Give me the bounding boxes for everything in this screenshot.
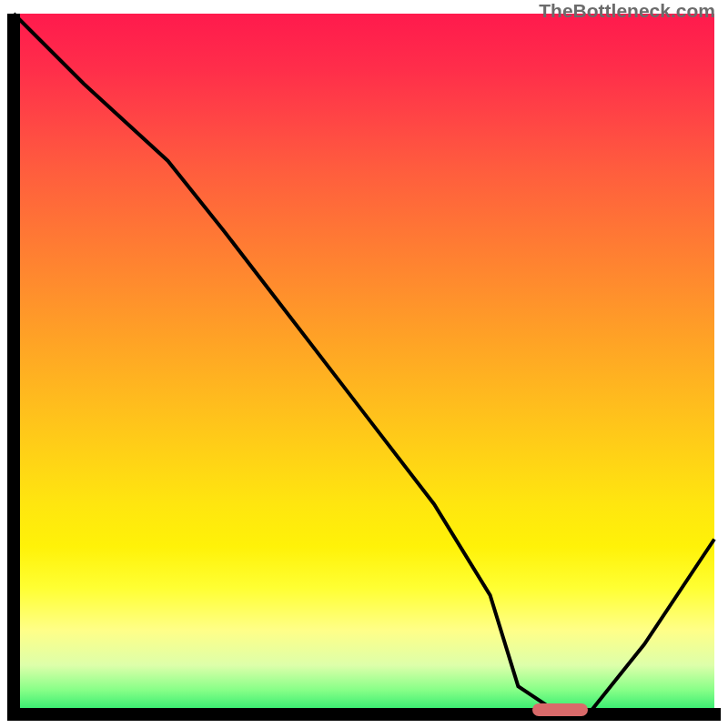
optimal-marker [532,703,589,716]
bottleneck-chart: TheBottleneck.com [0,0,728,728]
gradient-background [14,14,714,714]
watermark-text: TheBottleneck.com [539,0,715,22]
